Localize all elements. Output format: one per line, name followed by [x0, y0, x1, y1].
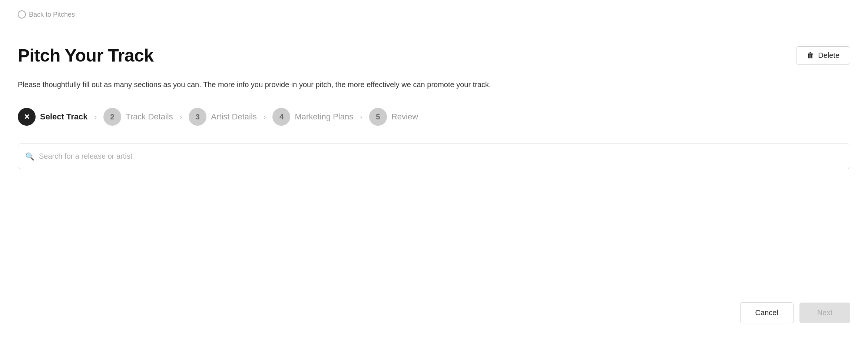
- step-4-circle: 4: [272, 108, 290, 126]
- step-5-number: 5: [376, 113, 380, 121]
- step-1-x-icon: ✕: [24, 112, 30, 121]
- step-3-circle: 3: [189, 108, 206, 126]
- step-2-circle: 2: [103, 108, 121, 126]
- step-4-label: Marketing Plans: [295, 112, 353, 122]
- chevron-1: ›: [94, 113, 97, 121]
- chevron-3: ›: [264, 113, 266, 121]
- delete-label: Delete: [818, 51, 839, 60]
- cancel-label: Cancel: [755, 309, 778, 317]
- chevron-2: ›: [180, 113, 182, 121]
- back-label: Back to Pitches: [29, 11, 75, 19]
- trash-icon: 🗑: [807, 51, 814, 60]
- back-icon: ←: [18, 10, 26, 19]
- delete-button[interactable]: 🗑 Delete: [796, 46, 850, 65]
- step-1: ✕ Select Track: [18, 108, 87, 126]
- next-button[interactable]: Next: [799, 303, 850, 323]
- header-row: Pitch Your Track 🗑 Delete: [18, 45, 850, 66]
- subtitle-text: Please thoughtfully fill out as many sec…: [18, 79, 850, 90]
- step-1-label: Select Track: [40, 112, 87, 122]
- search-input[interactable]: [18, 143, 850, 169]
- search-container: 🔍: [18, 143, 850, 169]
- cancel-button[interactable]: Cancel: [740, 302, 794, 323]
- step-5: 5 Review: [369, 108, 418, 126]
- step-2-number: 2: [110, 113, 115, 121]
- steps-row: ✕ Select Track › 2 Track Details › 3 Art…: [18, 108, 850, 126]
- step-5-label: Review: [391, 112, 418, 122]
- bottom-actions: Cancel Next: [740, 302, 850, 323]
- step-1-circle: ✕: [18, 108, 36, 126]
- search-icon: 🔍: [25, 152, 34, 161]
- page-container: ← Back to Pitches Pitch Your Track 🗑 Del…: [0, 0, 868, 353]
- step-3-number: 3: [196, 113, 200, 121]
- step-3: 3 Artist Details: [189, 108, 256, 126]
- step-2: 2 Track Details: [103, 108, 173, 126]
- step-3-label: Artist Details: [211, 112, 256, 122]
- page-title: Pitch Your Track: [18, 45, 153, 66]
- step-5-circle: 5: [369, 108, 387, 126]
- step-4: 4 Marketing Plans: [272, 108, 353, 126]
- chevron-4: ›: [360, 113, 362, 121]
- back-to-pitches-link[interactable]: ← Back to Pitches: [18, 10, 75, 19]
- step-4-number: 4: [279, 113, 284, 121]
- step-2-label: Track Details: [126, 112, 173, 122]
- next-label: Next: [817, 309, 832, 317]
